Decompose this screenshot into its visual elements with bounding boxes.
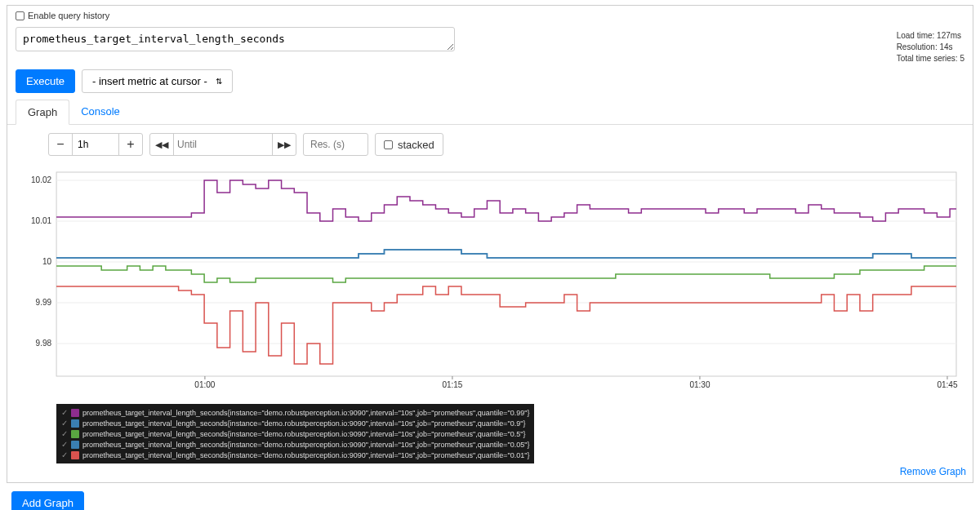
caret-sort-icon: ⇅ xyxy=(216,77,222,86)
time-range-input[interactable] xyxy=(73,134,118,155)
enable-history-label: Enable query history xyxy=(28,11,109,20)
svg-text:01:15: 01:15 xyxy=(442,380,462,389)
query-input[interactable] xyxy=(16,27,455,51)
remove-graph-link[interactable]: Remove Graph xyxy=(900,466,966,477)
legend-swatch xyxy=(71,409,79,417)
legend-row[interactable]: ✓prometheus_target_interval_length_secon… xyxy=(61,428,529,439)
query-stats: Load time: 127ms Resolution: 14s Total t… xyxy=(897,27,964,64)
check-icon: ✓ xyxy=(61,440,68,449)
check-icon: ✓ xyxy=(61,450,68,459)
range-decrement-button[interactable]: − xyxy=(49,134,72,155)
chart: 9.989.991010.0110.0201:0001:1501:3001:45 xyxy=(16,164,964,401)
legend-swatch xyxy=(71,419,79,428)
stat-series: Total time series: 5 xyxy=(897,53,964,64)
legend-swatch xyxy=(71,451,79,459)
resolution-input[interactable] xyxy=(303,133,368,156)
legend-swatch xyxy=(71,441,79,449)
enable-history-toggle[interactable]: Enable query history xyxy=(16,11,964,20)
svg-text:01:30: 01:30 xyxy=(689,380,710,389)
svg-text:01:45: 01:45 xyxy=(937,380,957,389)
query-panel: Enable query history Load time: 127ms Re… xyxy=(7,5,973,483)
legend-label: prometheus_target_interval_length_second… xyxy=(82,409,529,417)
graph-toolbar: − + ◀◀ ▶▶ stacked xyxy=(7,125,973,164)
legend-row[interactable]: ✓prometheus_target_interval_length_secon… xyxy=(61,439,529,450)
svg-text:10.01: 10.01 xyxy=(31,216,51,225)
tab-console[interactable]: Console xyxy=(69,100,131,124)
insert-metric-label: - insert metric at cursor - xyxy=(92,75,207,87)
time-range-group: − + xyxy=(48,133,143,156)
insert-metric-dropdown[interactable]: - insert metric at cursor - ⇅ xyxy=(82,69,233,93)
svg-text:10.02: 10.02 xyxy=(31,175,51,184)
svg-text:9.98: 9.98 xyxy=(36,339,52,348)
execute-button[interactable]: Execute xyxy=(16,69,75,93)
stacked-toggle[interactable]: stacked xyxy=(375,133,443,156)
check-icon: ✓ xyxy=(61,429,68,438)
legend-swatch xyxy=(71,430,79,438)
stat-load: Load time: 127ms xyxy=(897,30,964,42)
legend: ✓prometheus_target_interval_length_secon… xyxy=(56,404,534,463)
topbar: Enable query history xyxy=(7,6,973,24)
check-icon: ✓ xyxy=(61,408,68,417)
add-graph-button[interactable]: Add Graph xyxy=(11,491,84,510)
legend-label: prometheus_target_interval_length_second… xyxy=(82,430,525,438)
check-icon: ✓ xyxy=(61,419,68,428)
rewind-button[interactable]: ◀◀ xyxy=(150,134,173,155)
forward-button[interactable]: ▶▶ xyxy=(273,134,296,155)
stacked-label: stacked xyxy=(398,139,434,151)
legend-label: prometheus_target_interval_length_second… xyxy=(82,419,525,428)
stat-res: Resolution: 14s xyxy=(897,42,964,53)
svg-text:01:00: 01:00 xyxy=(194,380,215,389)
legend-row[interactable]: ✓prometheus_target_interval_length_secon… xyxy=(61,407,529,418)
tabs: Graph Console xyxy=(7,100,973,125)
svg-text:10: 10 xyxy=(42,257,52,266)
range-increment-button[interactable]: + xyxy=(119,134,142,155)
until-input[interactable] xyxy=(174,134,272,155)
legend-row[interactable]: ✓prometheus_target_interval_length_secon… xyxy=(61,450,529,460)
checkbox-icon xyxy=(384,140,393,149)
until-group: ◀◀ ▶▶ xyxy=(149,133,296,156)
legend-row[interactable]: ✓prometheus_target_interval_length_secon… xyxy=(61,418,529,428)
legend-label: prometheus_target_interval_length_second… xyxy=(82,451,529,459)
svg-text:9.99: 9.99 xyxy=(36,298,52,307)
checkbox-icon xyxy=(16,11,24,20)
tab-graph[interactable]: Graph xyxy=(16,100,69,125)
legend-label: prometheus_target_interval_length_second… xyxy=(82,441,529,449)
